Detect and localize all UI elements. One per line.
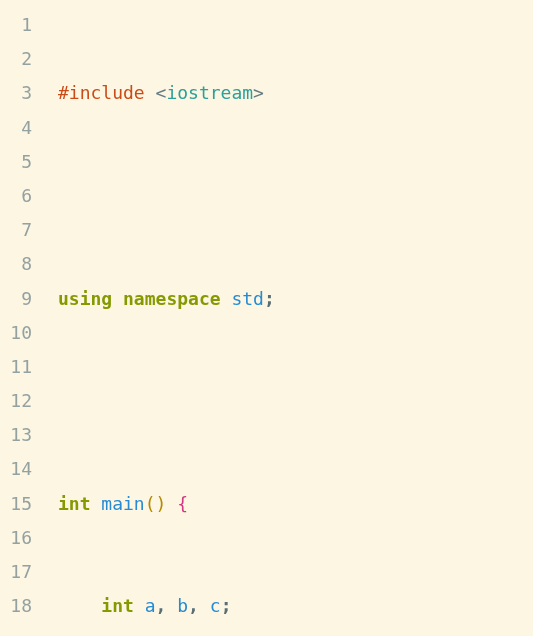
line-number: 3 (0, 76, 32, 110)
line-number: 11 (0, 350, 32, 384)
code-line: int main() { (58, 487, 533, 521)
paren-token: ( (145, 493, 156, 514)
code-line: int a, b, c; (58, 589, 533, 623)
keyword-token: using (58, 288, 112, 309)
line-number: 15 (0, 487, 32, 521)
function-name-token: main (101, 493, 144, 514)
line-number: 2 (0, 42, 32, 76)
line-number-gutter: 1 2 3 4 5 6 7 8 9 10 11 12 13 14 15 16 1… (0, 8, 42, 636)
line-number: 10 (0, 316, 32, 350)
keyword-token: int (58, 493, 91, 514)
identifier-token: b (177, 595, 188, 616)
code-line: #include <iostream> (58, 76, 533, 110)
line-number: 14 (0, 452, 32, 486)
line-number: 1 (0, 8, 32, 42)
line-number: 18 (0, 589, 32, 623)
line-number: 12 (0, 384, 32, 418)
code-editor: 1 2 3 4 5 6 7 8 9 10 11 12 13 14 15 16 1… (0, 8, 533, 636)
line-number: 6 (0, 179, 32, 213)
line-number: 7 (0, 213, 32, 247)
line-number: 4 (0, 111, 32, 145)
identifier-token: a (145, 595, 156, 616)
punct-token: ; (221, 595, 232, 616)
line-number: 8 (0, 247, 32, 281)
code-line: using namespace std; (58, 282, 533, 316)
identifier-token: std (231, 288, 264, 309)
code-content[interactable]: #include <iostream> using namespace std;… (42, 8, 533, 636)
preprocessor-token: #include (58, 82, 145, 103)
header-name-token: iostream (166, 82, 253, 103)
brace-token: { (177, 493, 188, 514)
identifier-token: c (210, 595, 221, 616)
code-line (58, 384, 533, 418)
punct-token: , (188, 595, 199, 616)
line-number: 13 (0, 418, 32, 452)
keyword-token: int (101, 595, 134, 616)
punct-token: ; (264, 288, 275, 309)
line-number: 9 (0, 282, 32, 316)
paren-token: ) (156, 493, 167, 514)
punct-token: , (156, 595, 167, 616)
keyword-token: namespace (123, 288, 221, 309)
line-number: 17 (0, 555, 32, 589)
line-number: 5 (0, 145, 32, 179)
line-number: 16 (0, 521, 32, 555)
code-line (58, 179, 533, 213)
angle-bracket-token: < (156, 82, 167, 103)
angle-bracket-token: > (253, 82, 264, 103)
